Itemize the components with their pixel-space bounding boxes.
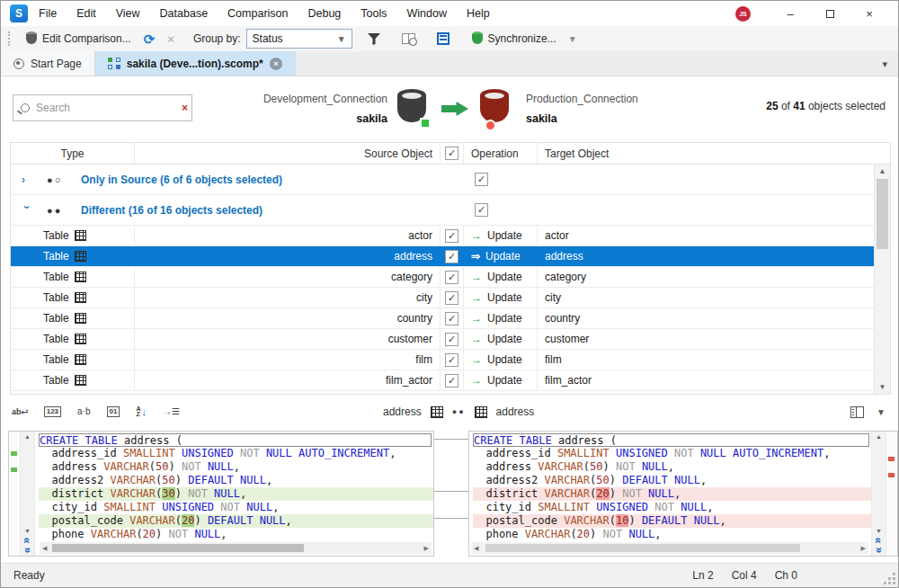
minimize-button[interactable]: – (770, 7, 810, 21)
scroll-up-icon[interactable]: ▲ (875, 167, 890, 175)
clear-search-icon[interactable]: × (182, 102, 188, 114)
next-difference-icon[interactable]: « (24, 548, 31, 554)
code-token: district (473, 487, 544, 500)
previous-difference-icon[interactable]: « (24, 538, 31, 544)
tab-list-caret[interactable]: ▾ (882, 58, 887, 70)
object-row-city[interactable]: Tablecity✓→Updatecity (11, 288, 874, 308)
maximize-button[interactable] (810, 7, 850, 21)
close-button[interactable]: × (850, 7, 889, 21)
object-row-film[interactable]: Tablefilm✓→Updatefilm (11, 350, 874, 370)
grid-scrollbar-thumb[interactable] (877, 179, 888, 249)
refresh-button[interactable]: ⟳ (138, 30, 162, 49)
menu-window[interactable]: Window (407, 7, 447, 20)
menu-comparison[interactable]: Comparison (227, 7, 288, 20)
menu-file[interactable]: File (39, 7, 57, 20)
cancel-button[interactable]: × (161, 30, 181, 49)
target-sql-editor[interactable]: CREATE TABLE address ( address_id SMALLI… (469, 432, 871, 556)
a-b-icon[interactable]: a·b (77, 407, 90, 416)
hscrollbar-thumb[interactable] (485, 544, 800, 552)
toolbar-drag-handle[interactable] (8, 31, 12, 46)
right-horizontal-scrollbar[interactable]: ◀ ▶ (471, 542, 868, 554)
collapse-chevron-icon[interactable]: › (21, 205, 33, 218)
object-row-actor[interactable]: Tableactor✓→Updateactor (11, 226, 874, 246)
grid-vertical-scrollbar[interactable]: ▲ ▼ (874, 165, 890, 394)
grid-header-row: Type Source Object ✓ Operation Target Ob… (11, 143, 890, 165)
menu-help[interactable]: Help (467, 7, 490, 20)
group-checkbox[interactable]: ✓ (475, 173, 874, 186)
search-input[interactable] (36, 102, 175, 114)
menu-tools[interactable]: Tools (360, 7, 387, 20)
code-token: address_id (473, 447, 557, 459)
scroll-up-icon[interactable]: ▲ (872, 433, 886, 440)
tab-start-page[interactable]: Start Page (1, 51, 95, 76)
scroll-down-icon[interactable]: ▼ (24, 528, 31, 534)
menu-view[interactable]: View (116, 7, 140, 20)
compare-windows-icon (402, 33, 415, 44)
column-type[interactable]: Type (11, 143, 135, 164)
expand-chevron-icon[interactable]: › (22, 174, 34, 186)
sort-az-icon[interactable]: AZ↓ (136, 406, 147, 417)
scroll-left-icon[interactable]: ◀ (42, 542, 47, 554)
group-checkbox[interactable]: ✓ (475, 203, 874, 217)
scroll-down-icon[interactable]: ▼ (875, 383, 890, 391)
synchronize-button[interactable]: Synchronize... (465, 29, 563, 49)
left-editor-scrollbar[interactable]: ▲ ▼ « « (20, 432, 35, 556)
select-all-checkbox[interactable]: ✓ (441, 143, 464, 164)
object-row-customer[interactable]: Tablecustomer✓→Updatecustomer (11, 329, 874, 350)
previous-difference-icon[interactable]: « (876, 538, 883, 544)
tab-close-icon[interactable]: × (270, 58, 282, 70)
scroll-down-icon[interactable]: ▼ (876, 528, 882, 534)
left-horizontal-scrollbar[interactable]: ◀ ▶ (40, 542, 432, 554)
object-row-address[interactable]: Tableaddress✓⇒Updateaddress (11, 246, 874, 267)
resize-grip[interactable] (893, 582, 895, 584)
row-checkbox[interactable]: ✓ (441, 308, 464, 328)
row-checkbox[interactable]: ✓ (441, 288, 464, 307)
object-type-label: Table (43, 229, 69, 242)
row-checkbox[interactable]: ✓ (441, 267, 464, 287)
hscrollbar-thumb[interactable] (52, 544, 304, 552)
numbers-123-icon[interactable]: 123 (44, 406, 61, 417)
group-row-different[interactable]: ›●●Different (16 of 16 objects selected)… (11, 195, 874, 226)
code-token: 50 (162, 474, 174, 486)
tab-schema-comparison[interactable]: sakila (Deve...tion).scomp* × (95, 51, 296, 76)
column-target-object[interactable]: Target Object (538, 143, 874, 164)
ab-arrows-icon[interactable]: ab⮠ (12, 408, 28, 416)
scroll-right-icon[interactable]: ▶ (861, 542, 866, 554)
row-checkbox[interactable]: ✓ (441, 246, 464, 266)
row-checkbox[interactable]: ✓ (441, 350, 464, 370)
group-by-select[interactable]: Status ▼ (246, 29, 352, 49)
row-checkbox[interactable]: ✓ (441, 329, 464, 349)
row-checkbox[interactable]: ✓ (441, 226, 464, 245)
binary-01-icon[interactable]: 01 (107, 406, 120, 417)
object-row-film_actor[interactable]: Tablefilm_actor✓→Updatefilm_actor (11, 370, 874, 391)
scroll-up-icon[interactable]: ▲ (21, 433, 34, 440)
next-difference-icon[interactable]: « (876, 548, 883, 554)
menu-edit[interactable]: Edit (76, 7, 96, 20)
report-button[interactable] (431, 30, 456, 48)
user-avatar[interactable]: JS (735, 6, 751, 22)
menu-database[interactable]: Database (160, 7, 209, 20)
object-row-country[interactable]: Tablecountry✓→Updatecountry (11, 308, 874, 329)
indent-arrow-icon[interactable]: →☰ (163, 407, 180, 416)
code-token: address (473, 460, 538, 473)
source-sql-editor[interactable]: CREATE TABLE address ( address_id SMALLI… (35, 432, 433, 556)
diff-view-options: ▼ (850, 395, 886, 429)
compare-windows-button[interactable] (396, 31, 422, 47)
row-checkbox[interactable]: ✓ (441, 370, 464, 390)
edit-comparison-button[interactable]: Edit Comparison... (19, 29, 138, 49)
right-editor-scrollbar[interactable]: ▲ ▼ « « (871, 432, 886, 556)
object-row-category[interactable]: Tablecategory✓→Updatecategory (11, 267, 874, 288)
scroll-right-icon[interactable]: ▶ (424, 542, 429, 554)
refresh-icon: ⟳ (144, 32, 156, 46)
synchronize-dropdown-caret[interactable]: ▼ (568, 34, 577, 44)
code-token: phone (473, 528, 525, 540)
filter-button[interactable] (361, 31, 387, 48)
code-line: phone VARCHAR(20) NOT NULL, (473, 528, 871, 541)
group-row-only-in-source[interactable]: ›●○Only in Source (6 of 6 objects select… (11, 165, 874, 195)
column-operation[interactable]: Operation (464, 143, 538, 164)
chevron-down-icon[interactable]: ▼ (877, 407, 886, 417)
scroll-left-icon[interactable]: ◀ (474, 542, 478, 554)
column-source-object[interactable]: Source Object (135, 143, 441, 164)
split-layout-icon[interactable] (850, 406, 864, 418)
menu-debug[interactable]: Debug (307, 7, 341, 20)
